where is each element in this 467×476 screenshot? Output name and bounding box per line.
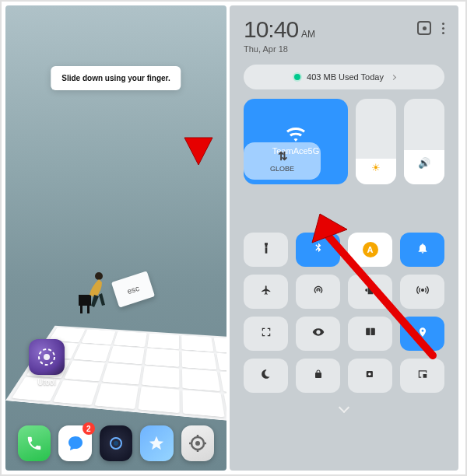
dock-settings[interactable]: [181, 425, 214, 461]
wifi-icon: [286, 128, 305, 142]
airplane-icon: [261, 285, 272, 299]
brightness-icon: ☀: [371, 162, 381, 173]
bell-icon: [416, 242, 429, 257]
cast-icon: [416, 369, 429, 383]
toggle-screenshot[interactable]: [244, 317, 288, 351]
mobile-data-icon: ⇅: [278, 149, 286, 163]
volume-icon: 🔊: [418, 157, 430, 169]
toggle-vibrate[interactable]: [348, 275, 392, 309]
app-label: Utool: [27, 378, 66, 387]
toggle-auto-brightness[interactable]: A: [348, 233, 392, 267]
toggle-eye-comfort[interactable]: [296, 317, 340, 351]
toggle-bluetooth[interactable]: [296, 233, 340, 267]
data-usage-icon: [293, 72, 302, 82]
svg-point-14: [421, 289, 423, 292]
toggle-screen-record[interactable]: [348, 359, 392, 393]
dock-camera[interactable]: [100, 425, 132, 461]
svg-point-16: [368, 373, 371, 376]
date-value: Thu, Apr 18: [244, 44, 315, 54]
wallpaper-person: [75, 271, 111, 315]
wallpaper-esc-key: esc: [111, 271, 155, 307]
utool-icon: [29, 339, 65, 375]
toggle-location[interactable]: [400, 317, 444, 351]
time-ampm: AM: [301, 29, 315, 40]
toggle-notifications[interactable]: [400, 233, 444, 267]
toggle-hotspot[interactable]: [296, 275, 340, 309]
svg-rect-1: [80, 306, 83, 313]
svg-rect-0: [79, 295, 91, 306]
overflow-menu-icon[interactable]: [442, 23, 444, 34]
chevron-right-icon: [391, 74, 396, 79]
volume-slider[interactable]: 🔊: [404, 99, 444, 184]
svg-point-9: [195, 441, 200, 446]
record-icon: [365, 369, 376, 383]
brightness-slider[interactable]: ☀: [356, 99, 396, 184]
toggle-dnd[interactable]: [244, 359, 288, 393]
location-icon: [417, 326, 428, 341]
flashlight-icon: [260, 242, 272, 257]
page-indicator: [5, 398, 226, 402]
toggle-lock[interactable]: [296, 359, 340, 393]
time-value: 10:40: [244, 16, 298, 43]
svg-point-5: [44, 354, 50, 360]
auto-icon: A: [363, 242, 378, 257]
bluetooth-icon: [312, 242, 325, 257]
dock: 2: [5, 425, 226, 461]
dock-gallery[interactable]: [140, 425, 173, 461]
vibrate-icon: [364, 284, 377, 299]
app-utool[interactable]: Utool: [27, 339, 66, 387]
lock-icon: [314, 369, 323, 383]
settings-icon[interactable]: [417, 21, 431, 35]
mobile-data-tile[interactable]: ⇅ GLOBE: [244, 142, 321, 180]
signal-icon: [416, 284, 429, 299]
mobile-data-label: GLOBE: [270, 165, 294, 173]
hotspot-icon: [312, 284, 325, 299]
expand-chevron[interactable]: [244, 401, 444, 415]
book-icon: [365, 327, 376, 341]
eye-icon: [312, 326, 325, 341]
instruction-tooltip: Slide down using your finger.: [51, 66, 181, 90]
messages-badge: 2: [83, 422, 95, 435]
svg-point-3: [95, 272, 103, 280]
svg-rect-2: [87, 306, 90, 313]
quick-toggle-grid: A: [244, 233, 444, 393]
data-usage-text: 403 MB Used Today: [307, 72, 384, 82]
clock[interactable]: 10:40 AM: [244, 16, 315, 43]
dock-messages[interactable]: 2: [58, 425, 91, 461]
toggle-airplane[interactable]: [244, 275, 288, 309]
toggle-flashlight[interactable]: [244, 233, 288, 267]
control-center[interactable]: 10:40 AM Thu, Apr 18 403 MB Used Today: [230, 5, 458, 471]
toggle-nfc[interactable]: [400, 275, 444, 309]
screenshot-icon: [261, 327, 272, 341]
chevron-down-icon: [339, 402, 349, 413]
home-screen[interactable]: Slide down using your finger. esc Utool: [5, 5, 226, 471]
toggle-cast[interactable]: [400, 359, 444, 393]
annotation-arrow-down: [175, 29, 222, 177]
svg-point-7: [114, 441, 118, 446]
toggle-ebook[interactable]: [348, 317, 392, 351]
dock-phone[interactable]: [18, 425, 51, 461]
moon-icon: [261, 369, 272, 383]
data-usage-chip[interactable]: 403 MB Used Today: [244, 65, 444, 89]
